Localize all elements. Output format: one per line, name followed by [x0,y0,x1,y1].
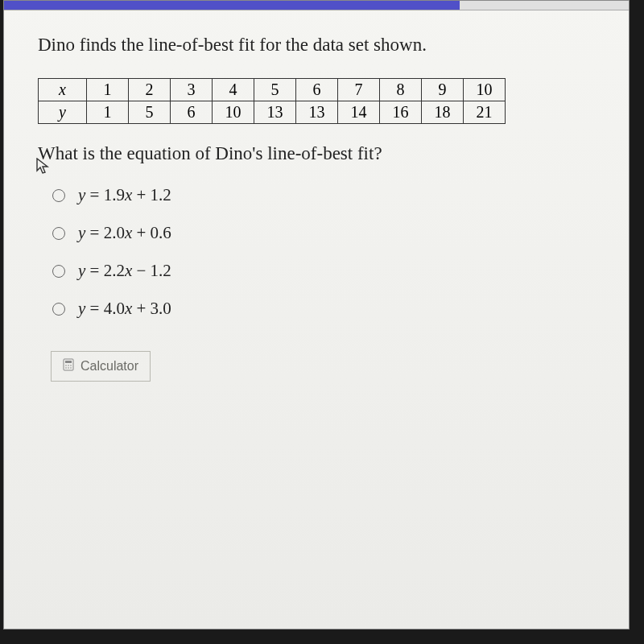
calculator-icon [63,358,74,374]
table-row-x: x 1 2 3 4 5 6 7 8 9 10 [39,79,506,101]
svg-rect-1 [65,361,72,363]
option-c[interactable]: y = 2.2x − 1.2 [52,261,595,281]
cell: 21 [464,101,506,124]
cell: 13 [254,101,296,124]
cell: 5 [129,101,171,124]
svg-point-6 [68,367,69,369]
option-a[interactable]: y = 1.9x + 1.2 [52,185,595,205]
cell: 1 [87,79,129,101]
cell: 14 [338,101,380,124]
options-list: y = 1.9x + 1.2 y = 2.0x + 0.6 y = 2.2x −… [38,185,595,319]
cell: 6 [171,101,213,124]
calculator-label: Calculator [80,359,138,374]
option-label: y = 2.0x + 0.6 [78,223,171,243]
cell: 13 [296,101,338,124]
cell: 3 [171,79,213,101]
progress-fill [4,1,460,10]
cell: 16 [380,101,422,124]
progress-bar [4,1,629,10]
row-label-x: x [39,79,87,101]
radio-icon[interactable] [52,227,65,240]
calculator-button[interactable]: Calculator [51,351,151,382]
svg-point-2 [65,365,67,366]
question-prompt: Dino finds the line-of-best fit for the … [38,35,595,56]
option-d[interactable]: y = 4.0x + 3.0 [52,299,595,319]
radio-icon[interactable] [52,303,65,316]
option-label: y = 4.0x + 3.0 [78,299,171,319]
svg-point-5 [65,367,67,369]
cell: 10 [213,101,254,124]
radio-icon[interactable] [52,189,65,202]
option-b[interactable]: y = 2.0x + 0.6 [52,223,595,243]
screen-frame: Dino finds the line-of-best fit for the … [0,0,644,644]
cell: 6 [296,79,338,101]
radio-icon[interactable] [52,265,65,278]
content-area: Dino finds the line-of-best fit for the … [3,0,630,630]
sub-question: What is the equation of Dino's line-of-b… [38,143,595,164]
row-label-y: y [39,101,87,124]
svg-point-7 [70,367,72,369]
svg-point-3 [68,365,69,366]
cell: 5 [254,79,296,101]
question-body: Dino finds the line-of-best fit for the … [4,10,629,406]
option-label: y = 1.9x + 1.2 [78,185,171,205]
option-label: y = 2.2x − 1.2 [78,261,171,281]
cell: 18 [422,101,464,124]
cell: 9 [422,79,464,101]
cell: 4 [213,79,254,101]
cell: 1 [87,101,129,124]
cell: 7 [338,79,380,101]
data-table: x 1 2 3 4 5 6 7 8 9 10 y 1 5 6 1 [38,78,506,124]
cursor-icon [36,158,51,180]
table-row-y: y 1 5 6 10 13 13 14 16 18 21 [39,101,506,124]
cell: 2 [129,79,171,101]
cell: 10 [464,79,506,101]
cell: 8 [380,79,422,101]
svg-point-4 [70,365,72,366]
